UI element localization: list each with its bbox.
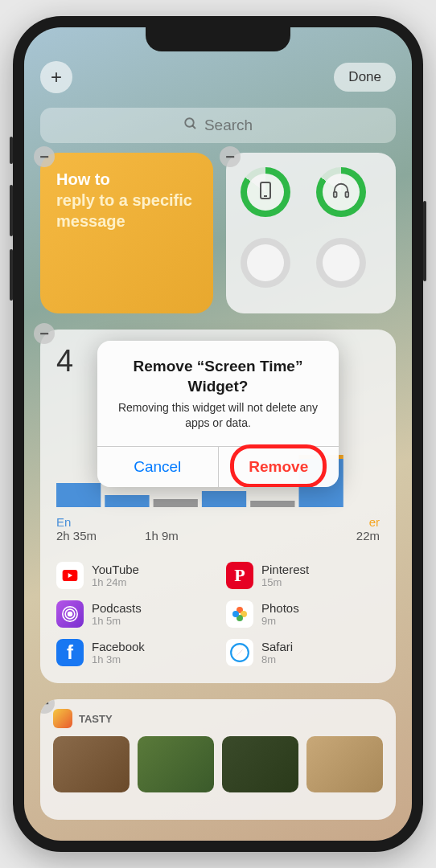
dialog-title: Remove “Screen Time” Widget? bbox=[97, 341, 339, 399]
dialog-buttons: Cancel Remove bbox=[97, 446, 339, 487]
phone-frame: + Done Search − How to reply to a specif… bbox=[13, 16, 423, 852]
dialog-message: Removing this widget will not delete any… bbox=[97, 400, 339, 446]
modal-overlay: Remove “Screen Time” Widget? Removing th… bbox=[24, 27, 412, 841]
cancel-label: Cancel bbox=[134, 458, 181, 475]
volume-up-button bbox=[10, 185, 13, 236]
remove-widget-dialog: Remove “Screen Time” Widget? Removing th… bbox=[97, 341, 339, 487]
notch bbox=[146, 27, 290, 51]
remove-button[interactable]: Remove bbox=[219, 447, 339, 487]
screen: + Done Search − How to reply to a specif… bbox=[24, 27, 412, 841]
power-button bbox=[423, 201, 426, 281]
remove-label: Remove bbox=[249, 458, 308, 475]
volume-down-button bbox=[10, 249, 13, 301]
mute-switch bbox=[10, 137, 13, 164]
cancel-button[interactable]: Cancel bbox=[97, 447, 219, 487]
